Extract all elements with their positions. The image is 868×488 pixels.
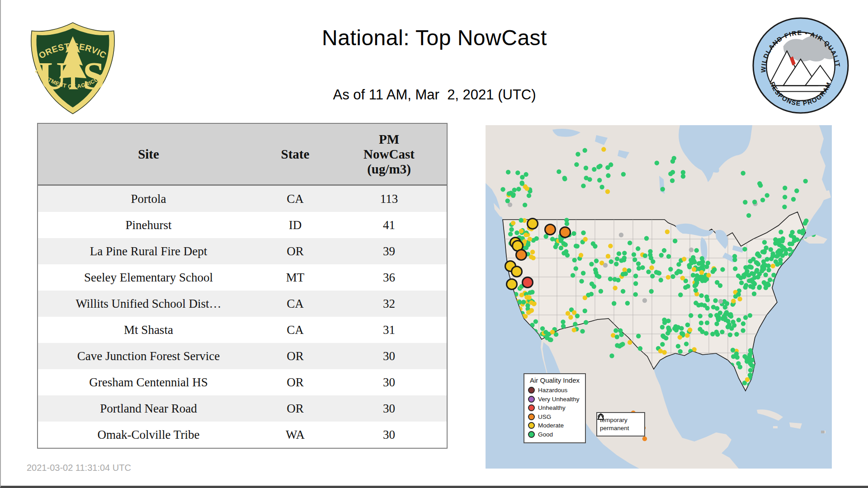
monitor-dot [775,262,779,267]
monitor-dot [597,178,602,183]
cell-value: 32 [331,291,447,317]
monitor-dot [766,267,771,272]
monitor-dot [752,291,756,296]
monitor-dot [714,313,719,318]
monitor-dot [750,285,755,290]
top-site-marker [507,279,517,290]
monitor-dot [705,298,710,302]
monitor-dot [791,197,796,202]
legend-swatch-good [528,431,535,438]
monitor-dot [771,272,776,277]
monitor-dot [762,280,766,285]
monitor-dot [713,298,717,303]
monitor-dot [660,342,665,347]
monitor-dot [519,181,524,185]
monitor-dot [741,171,745,175]
cell-state: ID [259,212,331,238]
marker-legend-item: temporary [600,416,642,424]
monitor-dot [651,259,655,264]
monitor-dot [508,232,513,236]
cell-state: CA [259,185,331,212]
monitor-dot [678,349,683,354]
monitor-dot [584,320,588,324]
cell-state: OR [259,343,331,369]
marker-legend-label: permanent [600,424,629,432]
monitor-dot [609,259,613,264]
monitor-dot [756,262,760,266]
triangle-glyph-icon [597,413,604,420]
monitor-dot [565,221,569,226]
monitor-dot [633,292,638,296]
legend-item: Very Unhealthy [528,395,581,404]
monitor-dot [741,321,745,326]
monitor-dot [757,285,761,290]
monitor-dot [618,328,623,333]
cell-site: Seeley Elementary School [38,264,259,291]
top-site-marker [560,227,571,238]
monitor-dot [589,262,594,266]
legend-swatch-unhealthy [528,404,535,411]
monitor-dot [519,218,523,222]
monitor-dot [523,202,527,207]
monitor-dot [748,357,752,361]
cell-value: 39 [331,238,447,264]
monitor-dot [633,281,638,286]
monitor-dot [511,221,515,225]
monitor-dot [708,313,713,318]
cell-value: 31 [331,317,447,343]
table-row: Seeley Elementary SchoolMT36 [38,264,447,291]
monitor-dot [519,229,524,233]
monitor-dot [693,288,698,292]
monitor-dot [574,266,578,271]
monitor-dot [660,333,665,338]
monitor-dot [715,280,719,285]
monitor-dot [788,241,792,246]
monitor-dot [533,319,538,324]
cell-site: Gresham Centennial HS [38,369,259,395]
monitor-dot [764,245,769,250]
monitor-dot [660,325,665,329]
monitor-dot [679,331,684,336]
monitor-dot [741,328,745,333]
monitor-dot [788,247,792,252]
monitor-dot [583,309,587,313]
page-title: National: Top NowCast [1,25,868,50]
top-site-marker [516,250,527,260]
monitor-dot [670,274,675,279]
legend-item: Moderate [528,421,581,430]
monitor-dot [706,273,711,277]
generated-timestamp: 2021-03-02 11:31:04 UTC [27,463,131,473]
monitor-dot [615,334,619,339]
monitor-dot [584,166,588,170]
monitor-dot [762,250,766,254]
monitor-dot [632,258,637,262]
monitor-dot [572,258,577,262]
monitor-dot [599,289,603,293]
monitor-dot [573,322,577,326]
monitor-dot [609,162,613,167]
aqi-legend-title: Air Quality Index [528,376,581,384]
monitor-dot [774,254,779,258]
monitor-dot [589,292,594,296]
monitor-dot [714,321,719,326]
cell-state: MT [259,264,331,291]
monitor-dot [751,257,755,261]
monitor-dot [685,323,690,327]
monitor-dot [790,230,794,235]
monitor-dot [593,244,597,249]
cell-site: Mt Shasta [38,317,259,343]
cell-site: Cave Junction Forest Service [38,343,259,369]
monitor-dot [783,251,788,256]
monitor-dot [783,195,787,199]
monitor-dot [599,185,604,189]
monitor-dot [770,251,775,256]
monitor-dot [679,326,684,330]
monitor-dot [700,256,704,261]
monitor-dot [521,300,526,304]
legend-swatch-moderate [528,422,535,429]
monitor-dot [636,261,641,266]
monitor-dot [710,332,715,336]
monitor-dot [673,239,677,243]
monitor-dot [748,264,752,269]
cell-value: 113 [331,185,447,212]
